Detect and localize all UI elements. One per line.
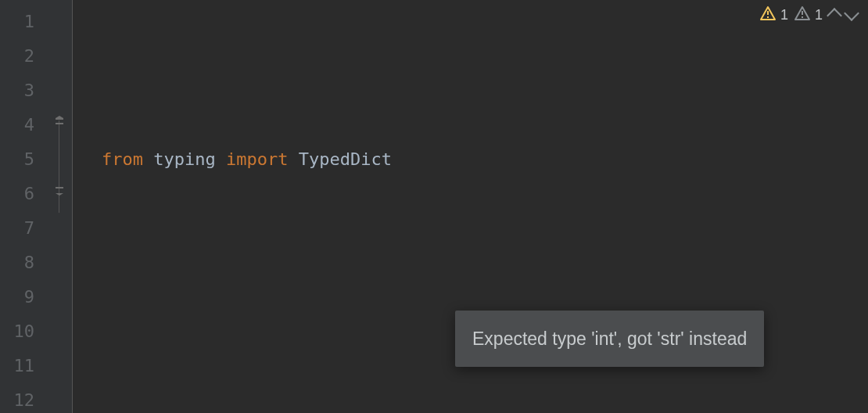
line-number[interactable]: 1 xyxy=(0,5,48,39)
line-number[interactable]: 3 xyxy=(0,74,48,108)
line-number[interactable]: 2 xyxy=(0,39,48,74)
code-editor[interactable]: 1 2 3 4 5 6 7 8 9 10 11 12 from typing i… xyxy=(0,0,868,413)
indent-guide xyxy=(72,0,73,413)
line-number[interactable]: 7 xyxy=(0,211,48,246)
line-number-gutter: 1 2 3 4 5 6 7 8 9 10 11 12 xyxy=(0,0,48,413)
svg-rect-2 xyxy=(802,11,803,15)
fold-gutter xyxy=(48,0,72,413)
line-number[interactable]: 4 xyxy=(0,108,48,142)
line-number[interactable]: 9 xyxy=(0,280,48,314)
nav-down-icon[interactable] xyxy=(844,5,859,21)
warning-triangle-icon[interactable] xyxy=(760,6,776,24)
line-number[interactable]: 8 xyxy=(0,246,48,280)
keyword-from: from xyxy=(102,149,143,169)
code-line[interactable] xyxy=(102,246,868,280)
fold-close-icon[interactable] xyxy=(53,185,66,197)
weak-warning-count: 1 xyxy=(815,7,823,23)
line-number[interactable]: 11 xyxy=(0,349,48,383)
line-number[interactable]: 12 xyxy=(0,383,48,413)
warning-count: 1 xyxy=(780,7,788,23)
svg-rect-1 xyxy=(767,16,769,18)
imported-name: TypedDict xyxy=(299,149,392,169)
code-line[interactable]: from typing import TypedDict xyxy=(102,142,868,177)
line-number[interactable]: 10 xyxy=(0,314,48,349)
tooltip-text: Expected type 'int', got 'str' instead xyxy=(472,329,747,349)
fold-guide-line xyxy=(59,120,59,213)
line-number[interactable]: 5 xyxy=(0,142,48,177)
nav-up-icon[interactable] xyxy=(827,8,842,23)
line-number[interactable]: 6 xyxy=(0,177,48,211)
module-name: typing xyxy=(153,149,215,169)
keyword-import: import xyxy=(226,149,288,169)
code-area[interactable]: from typing import TypedDict class Point… xyxy=(72,0,868,413)
inspection-widget[interactable]: 1 1 xyxy=(760,6,857,24)
inspection-tooltip: Expected type 'int', got 'str' instead xyxy=(455,311,764,367)
svg-rect-3 xyxy=(802,16,803,18)
weak-warning-triangle-icon[interactable] xyxy=(794,6,810,24)
text-cursor-icon xyxy=(450,284,464,306)
svg-rect-0 xyxy=(767,11,769,15)
fold-open-icon[interactable] xyxy=(53,114,66,127)
